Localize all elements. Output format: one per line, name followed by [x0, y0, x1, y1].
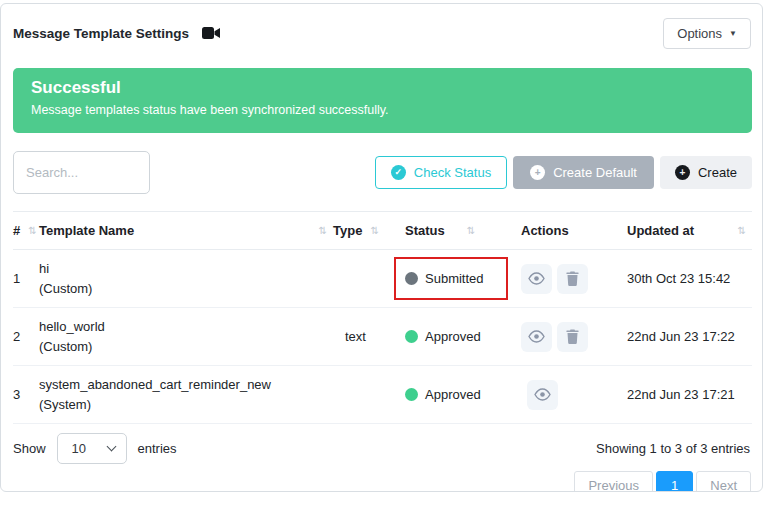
- create-label: Create: [698, 165, 737, 180]
- template-origin: (Custom): [39, 279, 333, 299]
- updated-at-cell: 22nd Jun 23 17:21: [627, 387, 752, 402]
- options-label: Options: [677, 26, 722, 41]
- table-header-row: # ⇅ Template Name ⇅ Type ⇅ Status ⇅ Acti…: [13, 211, 752, 250]
- plus-circle-icon: +: [675, 165, 690, 180]
- status-dot-icon: [405, 330, 418, 343]
- chevron-down-icon: ▼: [729, 29, 737, 38]
- status-cell: Approved: [399, 387, 515, 402]
- template-name-cell: hi (Custom): [39, 259, 333, 299]
- eye-icon: [528, 330, 545, 343]
- template-origin: (System): [39, 395, 333, 415]
- header-num[interactable]: # ⇅: [13, 223, 39, 238]
- page-size-control: Show 10 entries: [13, 433, 177, 464]
- page-size-select[interactable]: 10: [57, 433, 127, 464]
- show-label: Show: [13, 441, 46, 456]
- toolbar: ✓ Check Status + Create Default + Create: [13, 151, 752, 194]
- updated-at-cell: 30th Oct 23 15:42: [627, 271, 752, 286]
- trash-icon: [566, 271, 579, 286]
- sort-icon[interactable]: ⇅: [28, 225, 36, 236]
- alert-title: Successful: [31, 78, 734, 98]
- view-button[interactable]: [527, 380, 558, 410]
- status-badge: Approved: [405, 387, 481, 402]
- topbar: Message Template Settings Options ▼: [13, 15, 752, 51]
- page-title: Message Template Settings: [13, 26, 189, 41]
- search-input[interactable]: [13, 151, 150, 194]
- type-cell: text: [333, 329, 399, 344]
- row-number: 2: [13, 329, 39, 344]
- pagination: Previous 1 Next: [13, 471, 751, 492]
- header-type[interactable]: Type ⇅: [333, 223, 399, 238]
- view-button[interactable]: [521, 322, 552, 352]
- actions-cell: [515, 264, 627, 294]
- delete-button[interactable]: [557, 322, 588, 352]
- header-updated-at[interactable]: Updated at ⇅: [627, 223, 752, 238]
- status-label: Approved: [425, 329, 481, 344]
- updated-at-cell: 22nd Jun 23 17:22: [627, 329, 752, 344]
- create-button[interactable]: + Create: [660, 156, 752, 189]
- next-page-button[interactable]: Next: [696, 471, 751, 492]
- table-row: 2 hello_world (Custom) text Approved: [13, 308, 752, 366]
- actions-cell: [515, 380, 627, 410]
- view-button[interactable]: [521, 264, 552, 294]
- check-circle-icon: ✓: [391, 165, 406, 180]
- status-dot-icon: [405, 388, 418, 401]
- status-dot-icon: [405, 272, 418, 285]
- success-alert: Successful Message templates status have…: [13, 68, 752, 133]
- alert-message: Message templates status have been synch…: [31, 103, 734, 117]
- header-status[interactable]: Status ⇅: [399, 223, 515, 238]
- toolbar-buttons: ✓ Check Status + Create Default + Create: [375, 156, 752, 189]
- row-number: 3: [13, 387, 39, 402]
- template-origin: (Custom): [39, 337, 333, 357]
- table-footer: Show 10 entries Showing 1 to 3 of 3 entr…: [13, 433, 752, 464]
- check-status-button[interactable]: ✓ Check Status: [375, 156, 507, 189]
- entries-label: entries: [138, 441, 177, 456]
- templates-table: # ⇅ Template Name ⇅ Type ⇅ Status ⇅ Acti…: [13, 211, 752, 424]
- trash-icon: [566, 329, 579, 344]
- status-cell: Approved: [399, 329, 515, 344]
- table-row: 1 hi (Custom) Submitted 30th Oct: [13, 250, 752, 308]
- chevron-down-icon: [106, 442, 116, 452]
- message-template-settings-card: Message Template Settings Options ▼ Succ…: [0, 3, 763, 492]
- options-button[interactable]: Options ▼: [663, 18, 751, 49]
- status-cell: Submitted: [399, 257, 515, 300]
- sort-icon[interactable]: ⇅: [738, 225, 746, 236]
- create-default-button[interactable]: + Create Default: [513, 156, 654, 189]
- eye-icon: [528, 272, 545, 285]
- plus-circle-icon: +: [530, 165, 545, 180]
- template-name: hello_world: [39, 317, 333, 337]
- create-default-label: Create Default: [553, 165, 637, 180]
- check-status-label: Check Status: [414, 165, 491, 180]
- delete-button[interactable]: [557, 264, 588, 294]
- entries-summary: Showing 1 to 3 of 3 entries: [596, 441, 750, 456]
- sort-icon[interactable]: ⇅: [467, 225, 475, 236]
- template-name-cell: system_abandoned_cart_reminder_new (Syst…: [39, 375, 333, 415]
- current-page-button[interactable]: 1: [656, 471, 693, 492]
- page-size-value: 10: [72, 441, 86, 456]
- header-template-name[interactable]: Template Name ⇅: [39, 223, 333, 238]
- table-row: 3 system_abandoned_cart_reminder_new (Sy…: [13, 366, 752, 424]
- row-number: 1: [13, 271, 39, 286]
- template-name-cell: hello_world (Custom): [39, 317, 333, 357]
- sort-icon[interactable]: ⇅: [319, 225, 327, 236]
- sort-icon[interactable]: ⇅: [370, 225, 378, 236]
- status-badge: Approved: [405, 329, 481, 344]
- video-camera-icon: [202, 26, 221, 40]
- status-label: Approved: [425, 387, 481, 402]
- header-actions: Actions: [515, 223, 627, 238]
- title-wrap: Message Template Settings: [13, 26, 221, 41]
- status-badge-highlighted: Submitted: [394, 257, 508, 300]
- template-name: hi: [39, 259, 333, 279]
- template-name: system_abandoned_cart_reminder_new: [39, 375, 333, 395]
- status-label: Submitted: [425, 271, 484, 286]
- actions-cell: [515, 322, 627, 352]
- eye-icon: [534, 388, 551, 401]
- previous-page-button[interactable]: Previous: [574, 471, 653, 492]
